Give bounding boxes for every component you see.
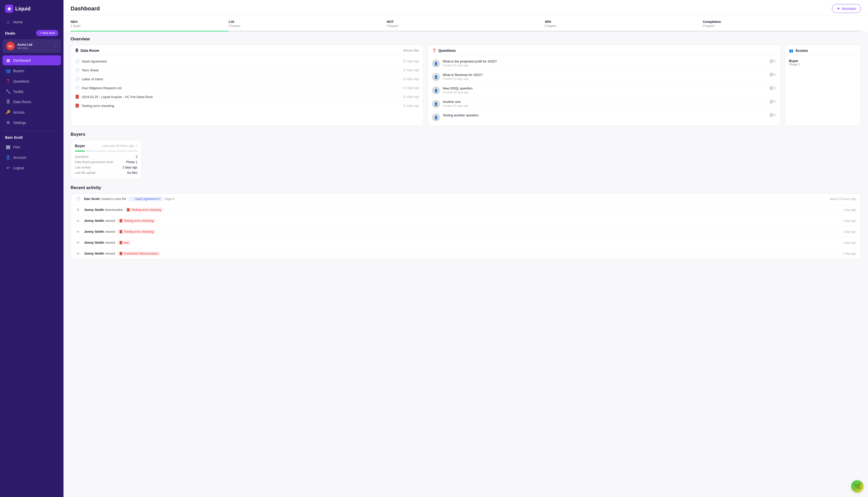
question-mark-icon: ❓ — [432, 48, 436, 53]
pipeline-stage-hot[interactable]: HOT 0 buyers — [387, 20, 545, 31]
deal-nav: ▦ Dashboard 👥 Buyers ❓ Questions 🔧 Toolk… — [0, 54, 63, 129]
activity-item[interactable]: 👁 Jonny Smith viewed 📕 Testing error che… — [71, 215, 860, 226]
question-item[interactable]: 👤 What is the projected profit for 2025?… — [428, 57, 780, 70]
questions-icon: ❓ — [5, 79, 11, 84]
avatar: 👤 — [432, 73, 440, 81]
file-icon: 📄 — [75, 77, 80, 81]
file-item[interactable]: 📕 2024.03.25 - Liquid Acquire - VC Pre-S… — [71, 93, 423, 101]
account-icon: 👤 — [5, 155, 11, 160]
seen-dot — [135, 145, 137, 147]
activity-file-link[interactable]: 📄 SaaS Agreement 2 — [128, 197, 163, 201]
dashboard-icon: ▦ — [5, 58, 11, 63]
deal-card[interactable]: Ac Acme Ltd Sell side ⌄ — [2, 39, 61, 53]
deal-sub: Sell side — [17, 46, 52, 49]
question-list: 👤 What is the projected profit for 2025?… — [428, 55, 780, 126]
sidebar-item-data-room[interactable]: 🗄 Data Room — [2, 97, 61, 107]
activity-file-link[interactable]: 📕 Testing error checking — [117, 218, 156, 223]
comment-icon: 💬 — [770, 86, 774, 90]
question-item[interactable]: 👤 What is Revenue for 2022? Created 10 d… — [428, 70, 780, 84]
main-header: Dashboard ✦ Assistant — [63, 0, 868, 16]
data-room-card: 🗄 Data Room Recent files 📄 SaaS Agreemen… — [71, 45, 424, 126]
sidebar-item-access[interactable]: 🔑 Access — [2, 107, 61, 117]
sidebar-item-toolkit[interactable]: 🔧 Toolkit — [2, 87, 61, 97]
activity-file-link[interactable]: 📕 test — [117, 240, 131, 245]
eye-icon: 👁 — [75, 252, 80, 256]
activity-item[interactable]: 👁 Jonny Smith viewed 📕 Testing error che… — [71, 226, 860, 237]
buyer-progress-bar — [75, 151, 137, 152]
pipeline-stage-spa[interactable]: SPA 0 buyers — [545, 20, 703, 31]
question-item[interactable]: 👤 New DDQL question Created 10 days ago … — [428, 84, 780, 97]
sidebar-divider — [3, 131, 60, 131]
file-icon-red: 📕 — [127, 208, 130, 212]
file-item[interactable]: 📄 Due Diligence Request List 12 days ago — [71, 84, 423, 93]
sidebar-item-account[interactable]: 👤 Account — [2, 153, 61, 162]
access-icon: 👥 — [789, 48, 793, 53]
pipeline-stage-nda[interactable]: NDA 1 buyer — [71, 20, 229, 31]
eye-icon: 👁 — [75, 241, 80, 245]
activity-item[interactable]: 👁 Jonny Smith viewed 📕 Investment Memora… — [71, 248, 860, 259]
file-icon-red: 📕 — [119, 219, 123, 223]
file-item[interactable]: 📄 Term Sheet 12 days ago — [71, 66, 423, 75]
buyer-card[interactable]: Buyer Last seen 20 hours ago Questions 2 — [71, 140, 142, 179]
file-icon: 📕 — [75, 103, 80, 108]
settings-icon: ⚙ — [5, 120, 11, 125]
eye-icon: 👁 — [75, 219, 80, 223]
access-title: 👥 Access — [789, 48, 808, 53]
activity-item[interactable]: ⬇ Jonny Smith downloaded 📕 Testing error… — [71, 204, 860, 215]
sidebar-item-settings[interactable]: ⚙ Settings — [2, 118, 61, 128]
activity-file-link[interactable]: 📕 Testing error checking — [124, 208, 163, 212]
access-phase: Phase 1 — [789, 63, 856, 66]
question-item[interactable]: 👤 Testing another question 💬 0 — [428, 111, 780, 124]
comment-icon: 💬 — [770, 113, 774, 117]
sidebar: ◈ Liquid ⌂ Home Deals + New deal Ac Acme… — [0, 0, 63, 497]
deals-label: Deals — [5, 31, 15, 35]
sidebar-item-logout[interactable]: ↩ Logout — [2, 163, 61, 173]
pipeline-stage-loi[interactable]: LOI 0 buyers — [229, 20, 386, 31]
questions-title: ❓ Questions — [432, 48, 456, 53]
logo: ◈ Liquid — [0, 0, 63, 17]
question-item[interactable]: 👤 Another one Created 10 days ago 💬 0 — [428, 97, 780, 111]
access-icon: 🔑 — [5, 110, 11, 115]
database-icon: 🗄 — [75, 48, 78, 53]
avatar: 👤 — [432, 113, 440, 122]
progress-segment — [75, 151, 85, 152]
deals-header: Deals + New deal — [0, 27, 63, 38]
activity-file-link[interactable]: 📕 Investment Memorandum — [117, 251, 161, 256]
sidebar-item-buyers[interactable]: 👥 Buyers — [2, 66, 61, 76]
file-icon: 📄 — [75, 68, 80, 72]
sidebar-item-dashboard[interactable]: ▦ Dashboard — [2, 55, 61, 65]
top-nav: ⌂ Home — [0, 17, 63, 27]
stat-row: Data Room permission level Phase 1 — [75, 159, 137, 165]
pipeline: NDA 1 buyer LOI 0 buyers HOT 0 buyers SP… — [63, 16, 868, 31]
comment-icon: 💬 — [770, 73, 774, 76]
file-item[interactable]: 📕 Testing error checking 11 days ago — [71, 101, 423, 110]
assistant-button[interactable]: ✦ Assistant — [832, 4, 861, 13]
file-item[interactable]: 📄 Letter of Intent 12 days ago — [71, 75, 423, 84]
corner-widget[interactable]: 🌿 — [851, 480, 864, 493]
file-list: 📄 SaaS Agreement 12 days ago 📄 Term Shee… — [71, 55, 423, 112]
user-section: Bain Scott — [0, 133, 63, 142]
sidebar-item-questions[interactable]: ❓ Questions — [2, 76, 61, 86]
pipeline-stage-completion[interactable]: Completion 0 buyers — [703, 20, 861, 31]
activity-item[interactable]: 📄 Dan Scott created a new file 📄 SaaS Ag… — [71, 194, 860, 204]
logout-icon: ↩ — [5, 166, 11, 170]
eye-icon: 👁 — [75, 230, 80, 234]
sidebar-item-firm[interactable]: 🏢 Firm — [2, 142, 61, 152]
recent-activity-title: Recent activity — [71, 185, 861, 190]
buyers-icon: 👥 — [5, 68, 11, 73]
activity-item[interactable]: 👁 Jonny Smith viewed 📕 test 1 day ago — [71, 237, 860, 248]
user-name: Bain Scott — [5, 136, 58, 140]
file-icon-red: 📕 — [119, 252, 123, 255]
sidebar-item-home[interactable]: ⌂ Home — [2, 17, 61, 27]
activity-file-link[interactable]: 📕 Testing error checking — [117, 229, 156, 234]
new-deal-button[interactable]: + New deal — [36, 30, 58, 36]
file-icon: 📄 — [75, 86, 80, 90]
firm-icon: 🏢 — [5, 145, 11, 150]
file-icon-blue: 📄 — [130, 197, 134, 201]
overview-title: Overview — [71, 37, 861, 42]
logo-text: Liquid — [15, 6, 30, 12]
main-content: Dashboard ✦ Assistant NDA 1 buyer LOI 0 … — [63, 0, 868, 497]
file-item[interactable]: 📄 SaaS Agreement 12 days ago — [71, 57, 423, 66]
progress-segment — [117, 151, 127, 152]
deal-name: Acme Ltd — [17, 43, 52, 46]
